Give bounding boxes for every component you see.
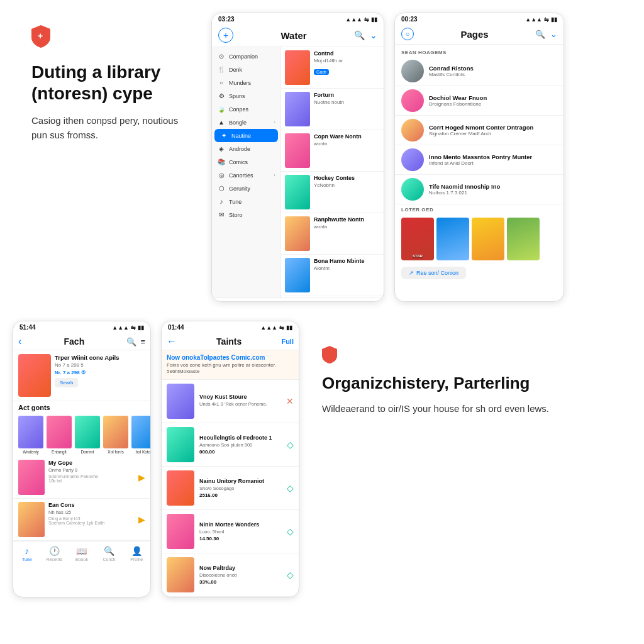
- sidebar-item-nautine[interactable]: ✦ Nautine: [214, 129, 278, 142]
- sidebar-label: Gerunity: [229, 186, 275, 192]
- pages-item[interactable]: Dochiol Wear Fnuon Droignons Fobonntione: [395, 86, 564, 116]
- menu-icon[interactable]: ≡: [140, 337, 145, 347]
- search-icon[interactable]: 🔍: [126, 337, 136, 347]
- sidebar-item-bongle[interactable]: ▲ Bongle ›: [212, 116, 280, 129]
- taints-thumbnail: [167, 557, 194, 592]
- fach-header-icons: 🔍 ≡: [126, 337, 145, 347]
- book-title: Copn Ware Nontn: [314, 133, 380, 140]
- sidebar-label: Androde: [229, 146, 275, 152]
- nav-item-tune[interactable]: ♪ Tune: [13, 541, 41, 566]
- denk-icon: 🍴: [217, 66, 226, 73]
- chevron-down-icon[interactable]: ⌄: [370, 30, 377, 40]
- close-icon[interactable]: ✕: [286, 396, 294, 406]
- scroll-title: Dontmt: [75, 450, 100, 454]
- back-button[interactable]: ‹: [18, 336, 21, 347]
- featured-thumbnail: [18, 354, 51, 397]
- gerunity-icon: ⬡: [217, 185, 226, 192]
- time-1: 03:23: [218, 16, 235, 23]
- nav-item-recents[interactable]: 🕐 Recents: [247, 298, 281, 302]
- nav-item-recents[interactable]: 🕐 Recents: [41, 541, 69, 566]
- search-icon[interactable]: 🔍: [354, 30, 365, 40]
- list-meta: Sdonmuninatho Panonhe: [48, 474, 135, 479]
- sidebar-item-comics[interactable]: 📚 Comics: [212, 155, 280, 169]
- book-title: Bona Hamo Nbinte: [314, 258, 380, 264]
- pages-item[interactable]: Conrad Ristons Mastifs Contints: [395, 57, 564, 86]
- featured-title: Trper Wiinit cone Apils: [55, 354, 145, 361]
- sidebar-label: Nautine: [231, 133, 273, 139]
- diamond-icon[interactable]: ◇: [287, 440, 294, 450]
- book-thumbnail: [285, 175, 310, 209]
- scroll-item: Entanglt: [47, 416, 72, 454]
- sidebar-item-tune[interactable]: ♪ Tune: [212, 195, 280, 208]
- sidebar-item-androde[interactable]: ◈ Androde: [212, 142, 280, 155]
- taints-featured: Now onokaTolpaotes Comic.com Foins vos c…: [162, 350, 299, 380]
- fach-title: Fach: [64, 336, 85, 347]
- scroll-title: Entanglt: [47, 450, 72, 454]
- taints-price: 000.00: [199, 449, 282, 455]
- taints-price: 2516.00: [199, 492, 282, 498]
- search-icon[interactable]: 🔍: [535, 30, 545, 39]
- pages-item[interactable]: Inno Mento Massntos Pontry Munter Infond…: [395, 145, 564, 175]
- header-icons-1: 🔍 ⌄: [354, 30, 377, 40]
- pages-item[interactable]: Corrt Hoged Nmont Conter Dntragon Signaf…: [395, 116, 564, 145]
- sidebar-item-denk[interactable]: 🍴 Denk: [212, 63, 280, 76]
- sidebar-item-companion[interactable]: ⊙ Companion: [212, 50, 280, 63]
- sidebar-item-canorties[interactable]: ◎ Canorties ›: [212, 169, 280, 182]
- nav-item-photo[interactable]: 📷 Photo: [315, 298, 350, 302]
- sidebar-item-conpes[interactable]: 🍃 Conpes: [212, 103, 280, 116]
- nav-item-tune[interactable]: ♪ Tune: [212, 298, 247, 302]
- book-subtitle: Nuotne noutn: [314, 99, 380, 105]
- avatar: [401, 148, 424, 171]
- list-item: Ean Cons Nh has I25 Omg a Bony I43 Soeno…: [13, 499, 150, 541]
- play-icon[interactable]: ▶: [138, 472, 145, 482]
- list-subtitle: Onmo Party 9: [48, 467, 135, 473]
- taints-list: Vnoy Kust Stoure Unds 4k1 9 'Rek ocnor P…: [162, 380, 299, 597]
- add-circle-icon[interactable]: ○: [401, 28, 414, 40]
- sidebar-label: Spuns: [229, 93, 275, 99]
- diamond-icon[interactable]: ◇: [287, 483, 294, 493]
- scroll-cover: [103, 416, 128, 448]
- phone-header-2: ○ Pages 🔍 ⌄: [395, 25, 564, 45]
- time-2: 00:23: [401, 16, 418, 23]
- scroll-title: Xol fonts: [103, 450, 128, 454]
- sidebar-nav: ⊙ Companion 🍴 Denk ○ Munders ⚙ Spuns: [212, 47, 281, 297]
- full-button[interactable]: Full: [281, 338, 294, 345]
- sidebar-label: Denk: [229, 67, 275, 73]
- pages-item[interactable]: Tife Naomid Innoship Ino Nuthos 1.7.3.02…: [395, 175, 564, 204]
- nav-item-profile[interactable]: 👤 Profile: [123, 541, 150, 566]
- sidebar-item-munders[interactable]: ○ Munders: [212, 76, 280, 89]
- taints-sub: Disocoleone onotl: [199, 572, 282, 578]
- scroll-item: Wndenty: [18, 416, 43, 454]
- diamond-icon[interactable]: ◇: [287, 526, 294, 536]
- book-tag: Godr: [314, 69, 329, 75]
- book-title: Ranphwutte Nontn: [314, 216, 380, 223]
- sidebar-item-storo[interactable]: ✉ Storo: [212, 208, 280, 221]
- nav-item-profile[interactable]: 👤 Profile: [349, 298, 384, 302]
- phone-body-1: ⊙ Companion 🍴 Denk ○ Munders ⚙ Spuns: [212, 47, 384, 297]
- taints-thumbnail: [167, 470, 194, 506]
- book-title: Contnd: [314, 50, 380, 57]
- featured-button[interactable]: Searh: [55, 378, 78, 387]
- chevron-icon[interactable]: ⌄: [550, 30, 557, 39]
- diamond-icon[interactable]: ◇: [287, 570, 294, 580]
- follow-button[interactable]: ↗ Ree son/ Conion: [401, 267, 466, 279]
- avatar: [401, 89, 424, 112]
- list-info: Ean Cons Nh has I25 Omg a Bony I43 Soeno…: [48, 502, 135, 525]
- sidebar-item-gerunity[interactable]: ⬡ Gerunity: [212, 182, 280, 195]
- nav-item-ebook[interactable]: 📖 Ebook: [280, 298, 315, 302]
- add-icon[interactable]: +: [218, 28, 233, 43]
- sidebar-label: Comics: [229, 159, 275, 165]
- back-button[interactable]: ←: [167, 336, 177, 347]
- nav-item-account[interactable]: 🔍 Conch: [96, 541, 123, 566]
- spuns-icon: ⚙: [217, 92, 226, 99]
- scroll-item: Xol fonts: [103, 416, 128, 454]
- content-item: Ranphwutte Nontn wontn: [281, 213, 384, 255]
- phone-pages: 00:23 ▲▲▲⇋▮▮ ○ Pages 🔍 ⌄ Sean hoagems: [394, 13, 564, 302]
- play-icon[interactable]: ▶: [138, 514, 145, 525]
- phone-title-2: Pages: [460, 29, 488, 40]
- sidebar-item-spuns[interactable]: ⚙ Spuns: [212, 89, 280, 103]
- nav-item-ebook[interactable]: 📖 Ebook: [68, 541, 96, 566]
- content-info: Hockey Contes YcNobhn: [314, 175, 380, 189]
- taints-header: ← Taints Full: [162, 333, 299, 350]
- scroll-title: Wndenty: [18, 450, 43, 454]
